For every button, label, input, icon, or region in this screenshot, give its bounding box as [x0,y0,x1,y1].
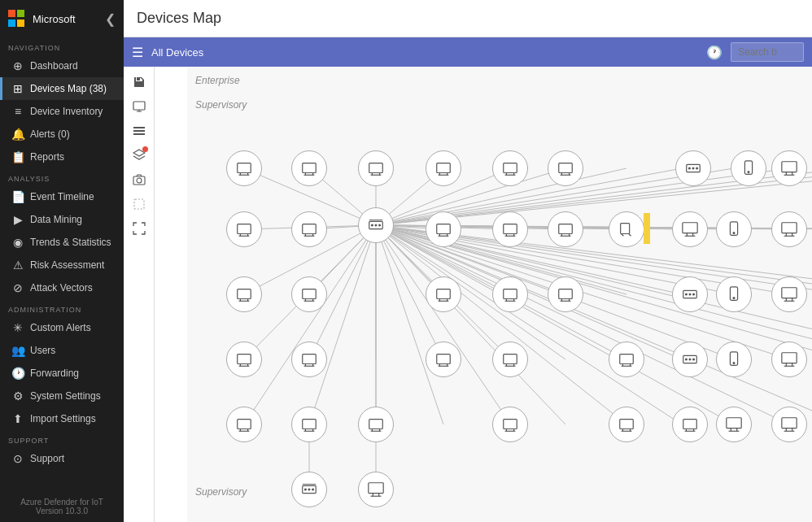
import-settings-icon: ⬆ [11,412,25,425]
sidebar-item-system-settings[interactable]: ⚙ System Settings [0,385,124,407]
sidebar-label-users: Users [30,345,55,356]
node-r4c4[interactable] [492,341,528,377]
svg-point-102 [692,167,694,169]
forwarding-icon: 🕐 [11,367,25,380]
svg-point-189 [689,294,691,295]
node-r1c1[interactable] [226,150,262,186]
node-r5c1[interactable] [226,407,262,442]
save-button[interactable] [129,72,150,93]
node-r3c2[interactable] [291,276,327,312]
zone-supervisory1: Supervisory [195,99,247,111]
search-input[interactable] [731,42,804,62]
svg-rect-233 [782,353,797,363]
node-r3c1[interactable] [226,276,262,312]
history-icon[interactable]: 🕐 [706,45,723,60]
sidebar-item-attack[interactable]: ⊘ Attack Vectors [0,276,124,299]
node-r1c2[interactable] [291,150,327,186]
hub-node[interactable] [358,207,394,243]
svg-point-192 [733,298,735,299]
svg-point-103 [696,167,698,169]
node-r4c3[interactable] [426,341,461,377]
node-r5c2[interactable] [291,407,327,442]
back-button[interactable]: ❮ [105,11,116,27]
node-r3c9[interactable] [771,276,807,312]
node-bottom1[interactable] [291,472,327,507]
svg-rect-3 [133,133,145,135]
sidebar-item-dashboard[interactable]: ⊕ Dashboard [0,54,124,77]
node-r3c4[interactable] [492,276,528,312]
node-r2c1[interactable] [226,211,262,247]
node-r4c1[interactable] [226,341,262,377]
node-r4c7[interactable] [716,341,752,377]
devices-map-icon: ⊞ [11,82,25,95]
sidebar-item-alerts[interactable]: 🔔 Alerts (0) [0,123,124,146]
node-r2c4[interactable] [492,211,528,247]
sidebar-item-data-mining[interactable]: ▶ Data Mining [0,208,124,231]
node-r4c5[interactable] [609,341,644,377]
svg-rect-124 [238,224,251,234]
sidebar-item-trends[interactable]: ◉ Trends & Statistics [0,231,124,254]
node-r1c6[interactable] [548,150,583,186]
sidebar-item-users[interactable]: 👥 Users [0,339,124,362]
zone-supervisory2: Supervisory [195,486,247,498]
sidebar-item-event-timeline[interactable]: 📄 Event Timeline [0,185,124,208]
svg-line-25 [376,225,565,229]
toolbar-menu-icon[interactable]: ☰ [132,45,143,60]
svg-rect-92 [504,163,517,173]
sidebar-item-risk[interactable]: ⚠ Risk Assessment [0,254,124,276]
node-r2c5[interactable] [548,211,583,247]
sidebar-item-devices-map[interactable]: ⊞ Devices Map (38) [0,77,124,100]
svg-rect-147 [683,223,697,233]
node-r2c3[interactable] [426,211,461,247]
node-bottom2[interactable] [358,472,394,507]
fullscreen-button[interactable] [129,218,150,239]
node-r4c2[interactable] [291,341,327,377]
node-r3c3[interactable] [426,276,461,312]
svg-rect-223 [620,355,634,364]
svg-line-63 [376,225,565,424]
sidebar-item-import-settings[interactable]: ⬆ Import Settings [0,407,124,430]
node-r2c8[interactable] [716,211,752,247]
svg-rect-262 [504,420,517,429]
node-r5c4[interactable] [492,407,528,442]
node-r5c6[interactable] [672,407,708,442]
node-r2c7[interactable] [672,211,708,247]
node-r1c8[interactable] [731,150,766,186]
svg-line-58 [244,225,376,424]
node-r2c2[interactable] [291,211,327,247]
node-r1c3[interactable] [358,150,394,186]
selection-button[interactable] [129,194,150,215]
node-r2c12[interactable] [771,211,807,247]
node-r5c8[interactable] [771,407,807,442]
sidebar-label-trends: Trends & Statistics [30,237,111,248]
map-area[interactable]: Enterprise Supervisory Supervisory [187,67,812,522]
node-r5c7[interactable] [716,407,752,442]
node-r2c6[interactable] [609,211,644,247]
analysis-section-label: ANALYSIS [0,168,124,185]
node-r1c5[interactable] [492,150,528,186]
sidebar-item-support[interactable]: ⊙ Support [0,447,124,470]
svg-point-6 [137,178,142,183]
node-r4c6[interactable] [672,341,708,377]
node-r5c5[interactable] [609,407,644,442]
camera-button[interactable] [129,169,150,190]
node-r3c6[interactable] [672,276,708,312]
node-r1c9[interactable] [771,150,807,186]
svg-rect-215 [437,355,451,364]
node-r3c5[interactable] [548,276,583,312]
node-r3c7[interactable] [716,276,752,312]
node-r4c8[interactable] [771,341,807,377]
sidebar-item-forwarding[interactable]: 🕐 Forwarding [0,362,124,385]
layers-button[interactable] [129,145,150,166]
node-r1c7[interactable] [675,150,711,186]
screen-button[interactable] [129,96,150,117]
sidebar-item-reports[interactable]: 📋 Reports [0,146,124,168]
svg-point-230 [693,359,695,360]
svg-rect-140 [559,224,573,234]
node-r1c4[interactable] [426,150,461,186]
footer-line1: Azure Defender for IoT [8,498,116,507]
node-r5c3[interactable] [358,407,394,442]
sidebar-item-custom-alerts[interactable]: ✳ Custom Alerts [0,316,124,339]
list-button[interactable] [129,120,150,141]
sidebar-item-device-inventory[interactable]: ≡ Device Inventory [0,100,124,123]
